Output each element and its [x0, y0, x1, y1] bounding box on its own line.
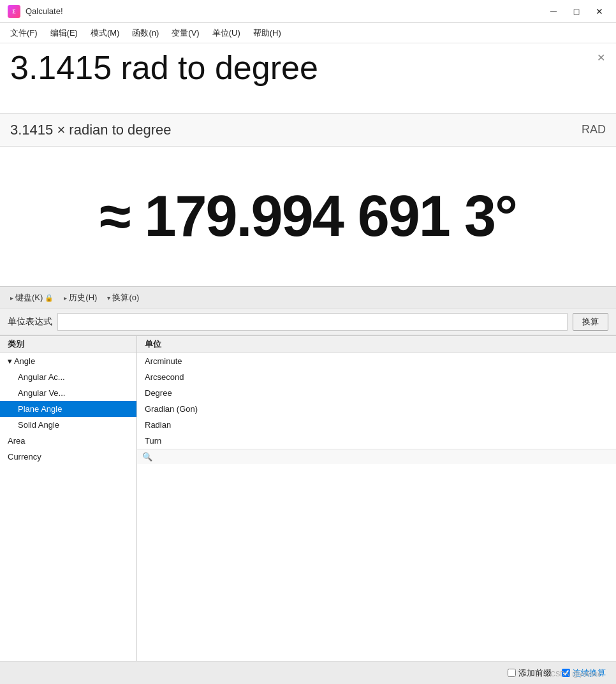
- unit-column: 单位 ArcminuteArcsecondDegreeGradian (Gon)…: [137, 336, 616, 661]
- tabs-row: ▸ 键盘(K) 🔒 ▸ 历史(H) ▾ 换算(o): [0, 287, 616, 309]
- unit-item-3[interactable]: Gradian (Gon): [137, 401, 616, 417]
- clear-button[interactable]: ✕: [593, 50, 608, 65]
- menu-item-单位U[interactable]: 单位(U): [207, 25, 246, 41]
- category-item-5[interactable]: Area: [0, 433, 136, 449]
- bottom-panel: ▸ 键盘(K) 🔒 ▸ 历史(H) ▾ 换算(o) 单位表达式 换算 类别 ▾ …: [0, 287, 616, 684]
- tab-convert-arrow: ▾: [107, 295, 110, 302]
- add-prefix-text: 添加前缀: [518, 667, 552, 679]
- result-mode-badge: RAD: [582, 123, 606, 136]
- close-button[interactable]: ✕: [590, 5, 608, 18]
- tab-history[interactable]: ▸ 历史(H): [61, 291, 99, 305]
- result-value: ≈ 179.994 691 3°: [99, 184, 517, 249]
- unit-expr-row: 单位表达式 换算: [0, 309, 616, 335]
- expression-area: ✕: [0, 43, 616, 113]
- tab-convert[interactable]: ▾ 换算(o): [105, 291, 142, 305]
- unit-header: 单位: [137, 336, 616, 353]
- menu-item-帮助H[interactable]: 帮助(H): [248, 25, 286, 41]
- menu-item-函数n[interactable]: 函数(n): [127, 25, 164, 41]
- category-item-4[interactable]: Solid Angle: [0, 417, 136, 433]
- maximize-button[interactable]: □: [568, 5, 585, 18]
- title-bar: Σ Qalculate! ─ □ ✕: [0, 0, 616, 23]
- menu-item-编辑E[interactable]: 编辑(E): [45, 25, 83, 41]
- unit-item-5[interactable]: Turn: [137, 433, 616, 449]
- list-area: 类别 ▾ AngleAngular Ac...Angular Ve...Plan…: [0, 335, 616, 661]
- category-item-6[interactable]: Currency: [0, 449, 136, 465]
- result-expression-text: 3.1415 × radian to degree: [10, 122, 172, 138]
- app-icon: Σ: [8, 5, 20, 18]
- category-item-3[interactable]: Plane Angle: [0, 401, 136, 417]
- tab-convert-label: 换算(o): [112, 292, 139, 303]
- menu-bar: 文件(F)编辑(E)模式(M)函数(n)变量(V)单位(U)帮助(H): [0, 23, 616, 43]
- title-bar-controls: ─ □ ✕: [545, 5, 608, 18]
- expression-input[interactable]: [10, 48, 584, 87]
- add-prefix-label[interactable]: 添加前缀: [508, 667, 552, 679]
- tab-keyboard[interactable]: ▸ 键盘(K) 🔒: [8, 291, 56, 305]
- menu-item-模式M[interactable]: 模式(M): [85, 25, 125, 41]
- tab-history-arrow: ▸: [64, 295, 67, 302]
- unit-search-row: 🔍: [137, 449, 616, 464]
- footer-wrap: 添加前缀 连续换算 CSDN @yulinxx: [10, 667, 606, 679]
- category-header: 类别: [0, 336, 136, 353]
- menu-item-文件F[interactable]: 文件(F): [5, 25, 43, 41]
- app-title: Qalculate!: [26, 6, 63, 16]
- unit-item-0[interactable]: Arcminute: [137, 353, 616, 369]
- footer-row: 添加前缀 连续换算 CSDN @yulinxx: [0, 661, 616, 684]
- unit-expr-input[interactable]: [57, 313, 568, 331]
- tab-keyboard-arrow: ▸: [10, 295, 13, 302]
- menu-item-变量V[interactable]: 变量(V): [166, 25, 204, 41]
- unit-item-1[interactable]: Arcsecond: [137, 369, 616, 385]
- category-item-0[interactable]: ▾ Angle: [0, 353, 136, 369]
- category-item-1[interactable]: Angular Ac...: [0, 369, 136, 385]
- category-item-2[interactable]: Angular Ve...: [0, 385, 136, 401]
- result-area: ≈ 179.994 691 3°: [0, 147, 616, 287]
- convert-button[interactable]: 换算: [573, 313, 608, 331]
- category-column: 类别 ▾ AngleAngular Ac...Angular Ve...Plan…: [0, 336, 137, 661]
- tab-history-label: 历史(H): [69, 292, 97, 303]
- result-expr-bar: 3.1415 × radian to degree RAD: [0, 113, 616, 147]
- lock-icon: 🔒: [45, 294, 54, 302]
- search-icon: 🔍: [142, 452, 152, 462]
- tab-keyboard-label: 键盘(K): [15, 292, 43, 303]
- title-bar-left: Σ Qalculate!: [8, 5, 63, 18]
- watermark: CSDN @yulinxx: [550, 670, 601, 678]
- unit-item-4[interactable]: Radian: [137, 417, 616, 433]
- unit-search-input[interactable]: [155, 452, 611, 462]
- unit-item-2[interactable]: Degree: [137, 385, 616, 401]
- unit-expr-label: 单位表达式: [8, 316, 52, 328]
- minimize-button[interactable]: ─: [545, 5, 562, 18]
- add-prefix-checkbox[interactable]: [508, 669, 516, 677]
